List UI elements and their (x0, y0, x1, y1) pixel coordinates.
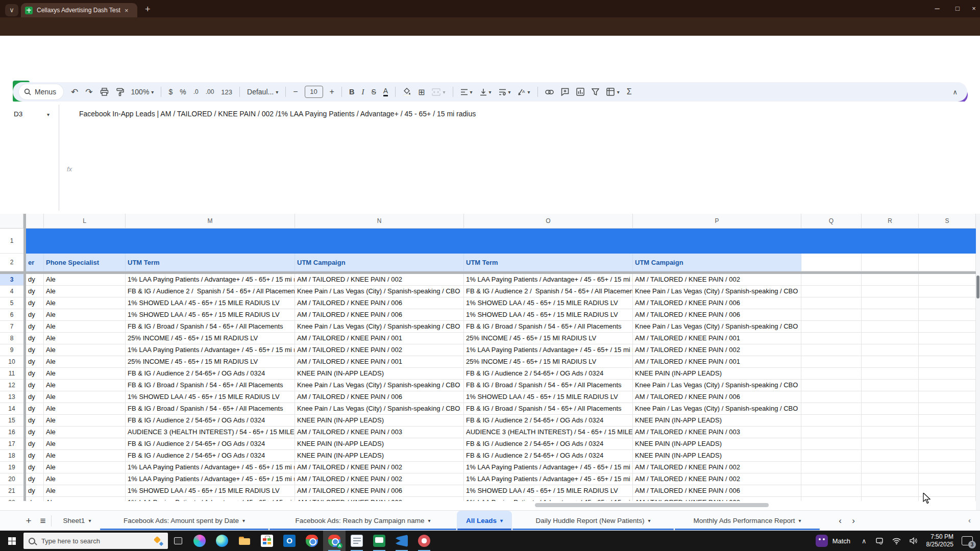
column-header-p[interactable]: P (633, 214, 801, 229)
taskbar-edge[interactable] (211, 531, 233, 551)
cell[interactable] (801, 286, 862, 297)
decrease-decimal-button[interactable]: .0 (190, 85, 202, 98)
cell[interactable]: KNEE PAIN (IN-APP LEADS) (295, 450, 464, 462)
cell[interactable] (801, 403, 862, 415)
cell[interactable] (801, 297, 862, 309)
taskbar-outlook[interactable] (278, 531, 301, 551)
cell[interactable] (919, 450, 976, 462)
chevron-down-icon[interactable]: ▾ (648, 518, 651, 523)
banner-cell[interactable] (26, 229, 976, 254)
cell[interactable]: 1% LAA Paying Patients / Advantage+ / 45… (126, 344, 295, 356)
cell[interactable] (801, 450, 862, 462)
cell[interactable]: Ale (44, 415, 126, 427)
all-sheets-button[interactable]: ≡ (36, 515, 50, 527)
cell[interactable] (801, 368, 862, 380)
cell[interactable]: Ale (44, 368, 126, 380)
row-header[interactable]: 16 (0, 427, 23, 438)
cell[interactable]: FB & IG / Audience 2 / Spanish / 54 - 65… (464, 286, 633, 297)
column-header-n[interactable]: N (295, 214, 464, 229)
header-cell[interactable]: UTM Campaign (295, 254, 464, 271)
cell[interactable] (919, 368, 976, 380)
header-cell[interactable] (862, 254, 919, 271)
cell[interactable]: 1% LAA Paying Patients / Advantage+ / 45… (464, 344, 633, 356)
cell[interactable]: FB & IG / Audience 2 / 54-65+ / OG Ads /… (464, 368, 633, 380)
row-header[interactable]: 13 (0, 391, 23, 403)
cell[interactable]: dy (26, 333, 44, 344)
cell[interactable] (862, 497, 919, 501)
cell[interactable]: 1% LAA Paying Patients / Advantage+ / 45… (126, 497, 295, 501)
cell[interactable] (862, 297, 919, 309)
merge-cells-button[interactable]: ▾ (428, 85, 449, 98)
task-view-button[interactable] (168, 531, 188, 551)
cell[interactable]: Knee Pain / Las Vegas (City) / Spanish-s… (295, 321, 464, 333)
chevron-down-icon[interactable]: ▾ (88, 518, 91, 523)
horizontal-align-button[interactable]: ▾ (457, 85, 476, 98)
cell[interactable]: Ale (44, 356, 126, 368)
tray-expand-icon[interactable]: ∧ (862, 537, 867, 545)
vertical-align-button[interactable]: ▾ (476, 85, 495, 98)
cell[interactable]: AM / TAILORED / KNEE PAIN / 002 (295, 473, 464, 485)
cell[interactable] (919, 297, 976, 309)
cell[interactable]: KNEE PAIN (IN-APP LEADS) (295, 415, 464, 427)
header-cell[interactable] (919, 254, 976, 271)
sheet-tab-facebook-ads-reach-by-campaign-name[interactable]: Facebook Ads: Reach by Campaign name▾ (269, 511, 457, 531)
cell[interactable] (862, 356, 919, 368)
cell[interactable]: AM / TAILORED / KNEE PAIN / 002 (295, 462, 464, 473)
cell[interactable] (862, 450, 919, 462)
cell[interactable]: FB & IG / Audience 2 / Spanish / 54 - 65… (126, 286, 295, 297)
vertical-scrollbar-thumb[interactable] (976, 276, 979, 298)
cell[interactable]: FB & IG / Audience 2 / 54-65+ / OG Ads /… (464, 415, 633, 427)
tab-search-button[interactable]: ∨ (5, 4, 18, 16)
cell[interactable] (801, 321, 862, 333)
row-header[interactable]: 18 (0, 450, 23, 462)
cell[interactable]: dy (26, 450, 44, 462)
cell[interactable]: Knee Pain / Las Vegas (City) / Spanish-s… (633, 286, 801, 297)
insert-link-button[interactable] (542, 85, 557, 98)
cell[interactable]: Ale (44, 321, 126, 333)
cell[interactable]: FB & IG / Broad / Spanish / 54 - 65+ / A… (464, 321, 633, 333)
header-cell[interactable]: Phone Specialist (44, 254, 126, 271)
cell[interactable]: 1% LAA Paying Patients / Advantage+ / 45… (464, 274, 633, 286)
cell[interactable] (801, 438, 862, 450)
browser-tab[interactable]: Cellaxys Advertising Dash Test × (21, 3, 137, 17)
cell[interactable] (862, 427, 919, 438)
cell[interactable]: Ale (44, 274, 126, 286)
cell[interactable]: Ale (44, 473, 126, 485)
cell[interactable]: dy (26, 356, 44, 368)
row-header[interactable]: 10 (0, 356, 23, 368)
scroll-tabs-right-button[interactable]: › (847, 516, 860, 526)
format-percent-button[interactable]: % (176, 85, 189, 98)
cell[interactable]: 25% INCOME / 45 - 65+ / 15 MI RADIUS LV (464, 356, 633, 368)
row-header[interactable]: 11 (0, 368, 23, 380)
sheet-tab-daily-huddle-report-new-patients[interactable]: Daily Huddle Report (New Patients)▾ (512, 511, 674, 531)
cell[interactable] (801, 391, 862, 403)
cell[interactable]: AM / TAILORED / KNEE PAIN / 002 (633, 344, 801, 356)
cell[interactable] (919, 462, 976, 473)
cell[interactable]: Ale (44, 391, 126, 403)
cell[interactable]: Ale (44, 485, 126, 497)
cell[interactable]: AM / TAILORED / KNEE PAIN / 003 (633, 427, 801, 438)
row-header[interactable]: 17 (0, 438, 23, 450)
taskbar-taskpro[interactable] (368, 531, 390, 551)
notification-center-icon[interactable]: 3 (962, 536, 973, 545)
taskbar-vscode[interactable] (390, 531, 413, 551)
cell[interactable]: 1% LAA Paying Patients / Advantage+ / 45… (464, 473, 633, 485)
hide-menus-button[interactable]: ∧ (949, 85, 961, 98)
cell[interactable]: dy (26, 321, 44, 333)
increase-decimal-button[interactable]: .00 (202, 85, 218, 98)
cell[interactable]: 1% LAA Paying Patients / Advantage+ / 45… (464, 462, 633, 473)
cell[interactable]: 25% INCOME / 45 - 65+ / 15 MI RADIUS LV (126, 333, 295, 344)
cell[interactable]: dy (26, 497, 44, 501)
row-header[interactable]: 21 (0, 485, 23, 497)
cell[interactable] (862, 368, 919, 380)
cell[interactable]: AM / TAILORED / KNEE PAIN / 002 (633, 497, 801, 501)
taskbar-notepad[interactable] (346, 531, 368, 551)
row-header[interactable]: 3 (0, 274, 23, 286)
cell[interactable]: Ale (44, 333, 126, 344)
more-formats-button[interactable]: 123 (217, 85, 236, 98)
row-header[interactable]: 14 (0, 403, 23, 415)
sheet-tab-monthly-ads-performance-report[interactable]: Monthly Ads Performance Report▾ (674, 511, 820, 531)
cell[interactable]: AM / TAILORED / KNEE PAIN / 006 (633, 485, 801, 497)
cell[interactable] (919, 403, 976, 415)
cell[interactable]: KNEE PAIN (IN-APP LEADS) (633, 368, 801, 380)
